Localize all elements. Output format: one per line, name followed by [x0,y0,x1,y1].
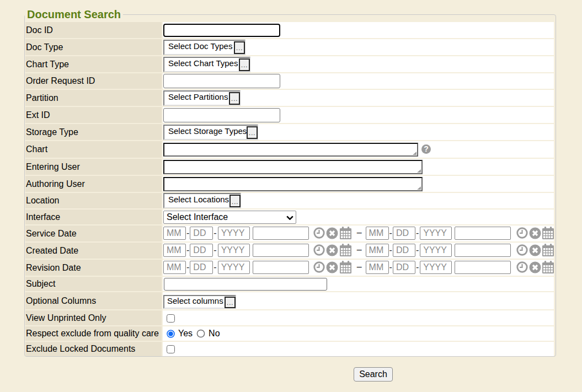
svg-text:?: ? [424,144,429,153]
